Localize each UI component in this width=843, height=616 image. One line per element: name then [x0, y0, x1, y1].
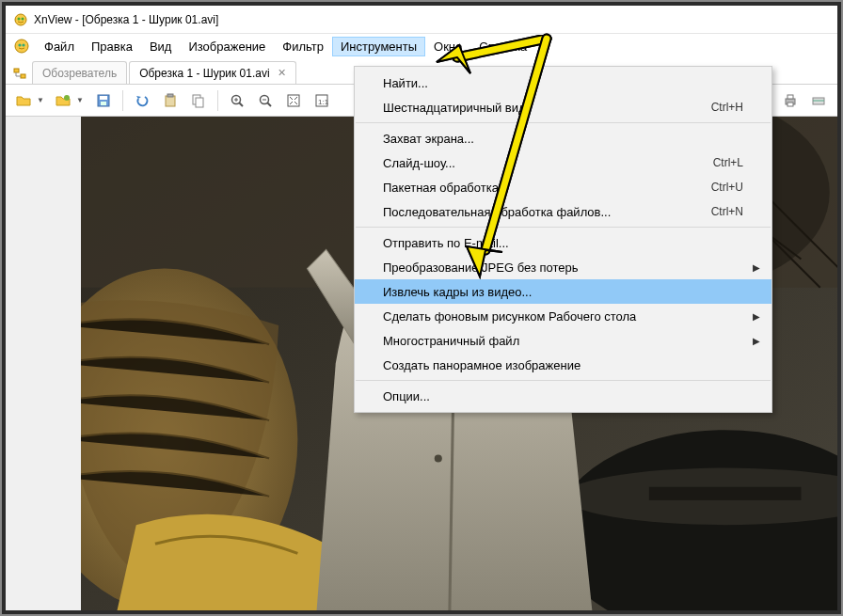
menu-item-sequential[interactable]: Последовательная обработка файлов...Ctrl…: [355, 199, 771, 224]
svg-rect-12: [166, 96, 175, 106]
svg-rect-23: [288, 95, 299, 106]
app-icon: [13, 12, 28, 27]
svg-point-5: [22, 43, 24, 46]
menu-item-options[interactable]: Опции...: [355, 384, 771, 408]
toolbar-undo-button[interactable]: [129, 87, 155, 114]
dropdown-caret-icon: ▼: [76, 96, 84, 104]
menu-item-capture[interactable]: Захват экрана...: [355, 126, 771, 150]
svg-point-3: [15, 39, 28, 53]
tab-active-label: Обрезка 1 - Шурик 01.avi: [139, 67, 270, 80]
menu-filter[interactable]: Фильтр: [274, 37, 332, 56]
menu-item-wallpaper[interactable]: Сделать фоновым рисунком Рабочего стола▶: [355, 304, 771, 328]
menu-image[interactable]: Изображение: [180, 37, 274, 56]
menu-file[interactable]: Файл: [36, 37, 83, 56]
toolbar-folder-button[interactable]: ▼: [11, 87, 49, 114]
tools-dropdown: Найти... Шестнадцатиричный видCtrl+H Зах…: [354, 66, 772, 413]
menu-separator: [356, 122, 771, 123]
submenu-arrow-icon: ▶: [753, 311, 760, 322]
menu-item-find[interactable]: Найти...: [355, 71, 771, 95]
shortcut-label: Ctrl+U: [711, 181, 743, 194]
shortcut-label: Ctrl+N: [711, 205, 743, 218]
svg-rect-28: [787, 103, 793, 106]
svg-line-21: [267, 103, 271, 106]
menu-view[interactable]: Вид: [141, 37, 181, 56]
svg-rect-10: [100, 96, 107, 100]
menu-window[interactable]: Окно: [425, 37, 470, 56]
svg-point-2: [22, 17, 24, 20]
menu-item-multipage[interactable]: Многостраничный файл▶: [355, 328, 771, 353]
window-title: XnView - [Обрезка 1 - Шурик 01.avi]: [34, 13, 218, 26]
svg-rect-15: [196, 98, 203, 107]
submenu-arrow-icon: ▶: [753, 336, 760, 346]
svg-point-1: [18, 17, 21, 20]
dropdown-caret-icon: ▼: [37, 96, 44, 104]
menu-separator: [356, 227, 771, 228]
svg-rect-40: [649, 487, 802, 500]
svg-point-4: [18, 43, 21, 46]
app-icon-menubar: [13, 38, 30, 55]
menubar: Файл Правка Вид Изображение Фильтр Инстр…: [6, 34, 837, 58]
toolbar-print-button[interactable]: [777, 87, 803, 114]
tab-browser-label: Обозреватель: [42, 67, 117, 80]
menu-item-batch[interactable]: Пакетная обработка...Ctrl+U: [355, 175, 771, 199]
menu-edit[interactable]: Правка: [83, 37, 141, 56]
toolbar-actual-size-button[interactable]: 1:1: [309, 87, 335, 114]
svg-point-8: [64, 95, 70, 101]
shortcut-label: Ctrl+H: [711, 101, 743, 114]
svg-rect-11: [101, 102, 106, 105]
svg-rect-27: [787, 95, 793, 99]
svg-rect-7: [21, 74, 25, 78]
svg-rect-6: [14, 69, 19, 72]
toolbar-fit-button[interactable]: [280, 87, 307, 114]
tab-tree-icon[interactable]: [9, 63, 30, 84]
toolbar-save-button[interactable]: [90, 87, 117, 114]
tab-close-icon[interactable]: ✕: [278, 67, 286, 79]
menu-help[interactable]: Справка: [470, 37, 535, 56]
menu-item-panorama[interactable]: Создать панорамное изображение: [355, 353, 771, 377]
toolbar-copy-button[interactable]: [185, 87, 212, 114]
shortcut-label: Ctrl+L: [713, 156, 743, 169]
submenu-arrow-icon: ▶: [753, 262, 760, 273]
toolbar-separator: [122, 90, 123, 111]
svg-line-17: [239, 103, 243, 106]
menu-separator: [356, 380, 771, 381]
toolbar-scan-button[interactable]: [805, 87, 832, 114]
titlebar: XnView - [Обрезка 1 - Шурик 01.avi]: [6, 6, 837, 34]
toolbar-folder-new-button[interactable]: ▼: [51, 87, 88, 114]
toolbar-clipboard-button[interactable]: [157, 87, 183, 114]
tab-browser[interactable]: Обозреватель: [32, 61, 127, 84]
toolbar-zoom-in-button[interactable]: [224, 87, 250, 114]
menu-tools[interactable]: Инструменты: [332, 37, 425, 56]
svg-text:1:1: 1:1: [318, 98, 329, 106]
menu-item-email[interactable]: Отправить по E-mail...: [355, 230, 771, 255]
menu-item-slideshow[interactable]: Слайд-шоу...Ctrl+L: [355, 150, 771, 175]
toolbar-separator: [217, 90, 218, 111]
toolbar-zoom-out-button[interactable]: [252, 87, 278, 114]
svg-point-44: [435, 454, 442, 462]
svg-rect-13: [167, 94, 173, 97]
svg-point-0: [15, 14, 26, 25]
menu-item-hex[interactable]: Шестнадцатиричный видCtrl+H: [355, 95, 771, 119]
menu-item-jpeg-lossless[interactable]: Преобразование JPEG без потерь▶: [355, 255, 771, 279]
tab-active-file[interactable]: Обрезка 1 - Шурик 01.avi ✕: [129, 61, 296, 84]
menu-item-extract-frames[interactable]: Извлечь кадры из видео...: [355, 279, 771, 304]
